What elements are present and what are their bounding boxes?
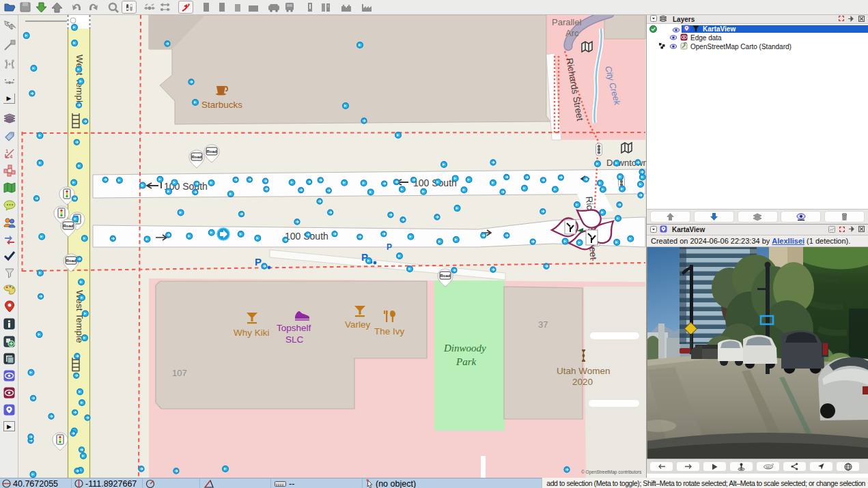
svg-text:Park: Park [456, 356, 477, 367]
svg-text:37: 37 [538, 319, 548, 330]
svg-text:Why Kiki: Why Kiki [234, 328, 270, 338]
svg-text:P: P [255, 256, 262, 268]
svg-text:4: 4 [10, 154, 13, 160]
svg-text:Parallel: Parallel [552, 17, 581, 27]
svg-text:360: 360 [765, 465, 771, 469]
svg-text:© OpenStreetMap contributors: © OpenStreetMap contributors [581, 470, 642, 475]
svg-text:Utah Women: Utah Women [557, 366, 611, 376]
svg-text:The Ivy: The Ivy [374, 326, 405, 336]
svg-text:Dinwoody: Dinwoody [443, 343, 486, 354]
svg-text:2020: 2020 [572, 377, 593, 387]
svg-text:P: P [387, 242, 392, 252]
svg-text:Topshelf: Topshelf [277, 323, 311, 333]
svg-text:Starbucks: Starbucks [201, 100, 242, 110]
svg-text:Arc: Arc [565, 28, 579, 38]
svg-text:1: 1 [5, 148, 9, 154]
svg-text:SLC: SLC [285, 334, 304, 345]
svg-text:107: 107 [172, 368, 187, 378]
svg-text:Varley: Varley [345, 319, 371, 330]
